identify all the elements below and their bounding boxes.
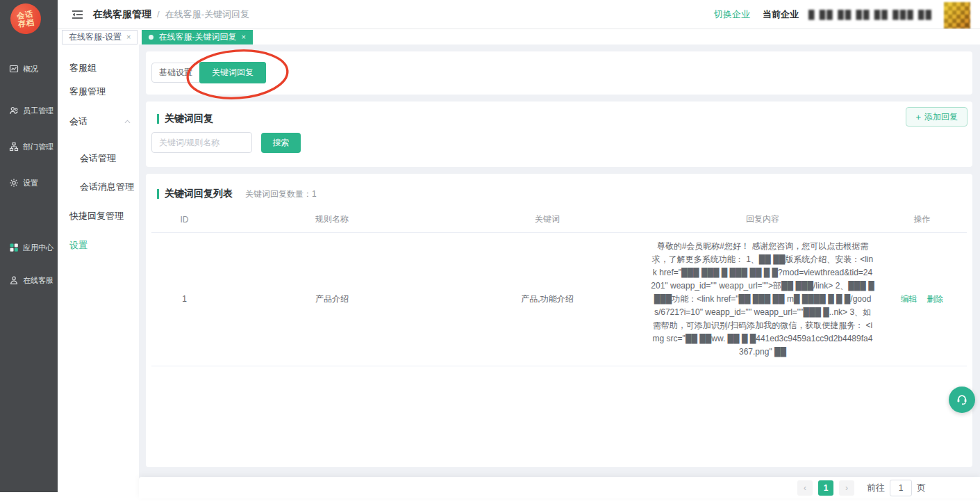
cell-actions: 编辑 删除 <box>877 232 967 366</box>
subnav-session-message-management[interactable]: 会话消息管理 <box>58 179 139 195</box>
sidebar-item-label: 部门管理 <box>23 142 53 152</box>
current-company-label: 当前企业 <box>763 8 799 21</box>
subnav-settings[interactable]: 设置 <box>58 238 139 253</box>
keyword-search-input[interactable] <box>151 132 252 153</box>
cell-id: 1 <box>151 232 217 366</box>
staff-icon <box>9 106 19 115</box>
plus-icon: + <box>915 112 921 122</box>
subnav-label: 客服组 <box>69 62 97 74</box>
subnav-label: 客服管理 <box>69 86 106 98</box>
breadcrumb-separator: / <box>157 9 160 19</box>
button-label: 关键词回复 <box>212 67 254 79</box>
reply-content-text: 尊敬的#会员昵称#您好！ 感谢您咨询，您可以点击根据需求，了解更多系统功能： 1… <box>651 240 874 359</box>
edit-link[interactable]: 编辑 <box>901 294 917 304</box>
pagination-bar: ‹ 1 › 前往 页 <box>139 477 980 498</box>
sidebar-item-label: 在线客服 <box>23 275 53 286</box>
tab-keyword-reply[interactable]: 在线客服-关键词回复 × <box>142 30 252 44</box>
view-toggle-card: 基础设置 关键词回复 <box>146 51 972 95</box>
subnav-session[interactable]: 会话 <box>58 114 139 129</box>
tab-close-icon[interactable]: × <box>126 33 131 41</box>
tab-label: 在线客服-设置 <box>69 31 122 43</box>
reply-count-label: 关键词回复数量：1 <box>245 188 317 200</box>
view-toggle-group: 基础设置 关键词回复 <box>151 62 266 83</box>
primary-sidebar: 会话 存档 概况 员工管理 部门管理 设置 <box>0 0 58 492</box>
button-label: 添加回复 <box>924 111 958 123</box>
goto-page-input[interactable] <box>890 480 912 496</box>
add-reply-button[interactable]: + 添加回复 <box>906 107 967 127</box>
search-row: 搜索 <box>151 132 301 153</box>
keyword-reply-button[interactable]: 关键词回复 <box>199 62 266 83</box>
breadcrumb-current: 在线客服-关键词回复 <box>165 8 249 21</box>
sidebar-item-label: 概况 <box>23 64 38 74</box>
active-tab-dot-icon <box>149 35 153 40</box>
user-avatar[interactable] <box>944 2 970 29</box>
sidebar-item-department[interactable]: 部门管理 <box>0 138 58 155</box>
logo-line2: 存档 <box>17 17 35 28</box>
page-unit-label: 页 <box>917 482 926 494</box>
sidebar-item-overview[interactable]: 概况 <box>0 60 58 77</box>
subnav-service-management[interactable]: 客服管理 <box>58 84 139 99</box>
section-title-text: 关键词回复列表 <box>165 188 233 200</box>
goto-label: 前往 <box>867 482 885 494</box>
subnav-label: 会话消息管理 <box>80 181 134 193</box>
sidebar-item-settings[interactable]: 设置 <box>0 174 58 191</box>
company-name-redacted: █ ██ ██ ██ ██ ███ ██ <box>808 10 933 19</box>
sidebar-item-label: 员工管理 <box>23 106 53 116</box>
keyword-reply-list-card: 关键词回复列表 关键词回复数量：1 ID 规则名称 关键词 回复内容 操作 1 … <box>146 174 972 467</box>
filter-section-title: 关键词回复 <box>157 113 213 125</box>
sidebar-item-app-center[interactable]: 应用中心 <box>0 239 58 256</box>
breadcrumb-root[interactable]: 在线客服管理 <box>93 8 151 21</box>
column-header-id: ID <box>151 207 217 232</box>
subnav-session-management[interactable]: 会话管理 <box>58 151 139 166</box>
column-header-actions: 操作 <box>877 207 967 232</box>
basic-settings-button[interactable]: 基础设置 <box>151 63 200 83</box>
top-header: 在线客服管理 / 在线客服-关键词回复 切换企业 当前企业 █ ██ ██ ██… <box>58 0 980 29</box>
keyword-reply-filter-card: 关键词回复 + 添加回复 搜索 <box>146 101 972 167</box>
column-header-rule-name: 规则名称 <box>217 207 447 232</box>
page-number-button[interactable]: 1 <box>818 480 833 496</box>
prev-page-button[interactable]: ‹ <box>797 480 813 496</box>
subnav-label: 快捷回复管理 <box>69 210 124 222</box>
sidebar-item-staff[interactable]: 员工管理 <box>0 102 58 119</box>
table-row: 1 产品介绍 产品,功能介绍 尊敬的#会员昵称#您好！ 感谢您咨询，您可以点击根… <box>151 232 967 366</box>
sidebar-item-label: 应用中心 <box>23 243 53 253</box>
cell-keywords: 产品,功能介绍 <box>447 232 648 366</box>
subnav-quick-reply-management[interactable]: 快捷回复管理 <box>58 209 139 224</box>
cell-rule-name: 产品介绍 <box>217 232 447 366</box>
section-title-text: 关键词回复 <box>165 113 213 125</box>
subnav-label: 会话管理 <box>80 152 116 165</box>
tab-bar: 在线客服-设置 × 在线客服-关键词回复 × <box>58 29 980 44</box>
cell-reply-content: 尊敬的#会员昵称#您好！ 感谢您咨询，您可以点击根据需求，了解更多系统功能： 1… <box>648 232 877 366</box>
sidebar-item-label: 设置 <box>23 178 38 188</box>
overview-chart-icon <box>9 64 19 74</box>
secondary-sidebar: 客服组 客服管理 会话 会话管理 会话消息管理 快捷回复管理 设置 <box>58 44 139 498</box>
subnav-service-group[interactable]: 客服组 <box>58 60 139 76</box>
settings-gear-icon <box>9 178 19 188</box>
sidebar-item-online-service[interactable]: 在线客服 <box>0 272 58 288</box>
tab-close-icon[interactable]: × <box>241 33 245 41</box>
headset-icon <box>955 393 969 407</box>
collapse-menu-icon[interactable] <box>72 10 83 19</box>
delete-link[interactable]: 删除 <box>927 294 943 304</box>
subnav-label: 会话 <box>69 115 88 128</box>
app-center-icon <box>9 243 19 252</box>
column-header-keywords: 关键词 <box>447 207 648 232</box>
department-icon <box>9 142 19 152</box>
search-button[interactable]: 搜索 <box>261 133 301 153</box>
subnav-label: 设置 <box>69 239 88 252</box>
next-page-button[interactable]: › <box>839 480 854 496</box>
button-label: 基础设置 <box>159 67 192 79</box>
table-header-row: ID 规则名称 关键词 回复内容 操作 <box>151 207 967 232</box>
tab-label: 在线客服-关键词回复 <box>158 31 236 43</box>
column-header-reply-content: 回复内容 <box>648 207 877 232</box>
section-accent-bar <box>157 189 159 199</box>
switch-company-link[interactable]: 切换企业 <box>714 8 750 21</box>
chevron-up-icon <box>124 120 131 124</box>
section-accent-bar <box>157 114 159 124</box>
app-logo[interactable]: 会话 存档 <box>8 1 43 36</box>
list-section-title: 关键词回复列表 关键词回复数量：1 <box>157 188 317 200</box>
tab-online-service-settings[interactable]: 在线客服-设置 × <box>62 30 138 44</box>
keyword-reply-table: ID 规则名称 关键词 回复内容 操作 1 产品介绍 产品,功能介绍 尊敬的#会… <box>151 207 967 366</box>
customer-service-float-button[interactable] <box>949 387 975 413</box>
header-right: 切换企业 当前企业 █ ██ ██ ██ ██ ███ ██ <box>714 1 980 29</box>
